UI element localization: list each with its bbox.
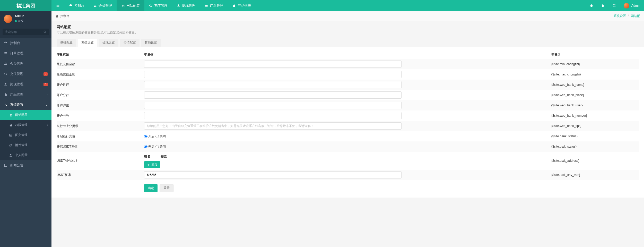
row-var: {$site.web_bank_place} xyxy=(551,93,639,97)
sidebar-item-产品管理[interactable]: 产品管理‹ xyxy=(0,89,51,100)
input-3[interactable] xyxy=(144,91,402,99)
input-6[interactable] xyxy=(144,122,402,130)
home-icon xyxy=(55,14,59,18)
search-input[interactable] xyxy=(3,29,49,35)
expand-icon xyxy=(612,4,616,7)
sidebar-item-图文管理[interactable]: 图文管理 xyxy=(0,130,51,140)
topnav-upload[interactable]: 提现管理 xyxy=(172,0,200,11)
form-row: 开户分行{$site.web_bank_place} xyxy=(57,90,639,100)
plus-icon xyxy=(147,163,150,167)
tabs: 基础配置充值设置提现设置行情配置其他设置 xyxy=(51,37,644,47)
tab-2[interactable]: 提现设置 xyxy=(99,39,118,47)
gear-icon xyxy=(121,4,125,7)
content: 控制台 系统设置 / 网站配 网站配置 可以在此增改系统的变量和分组,也可以自定… xyxy=(51,11,644,198)
row-var: {$site.max_chongzhi} xyxy=(551,73,639,76)
header-value: 变量值 xyxy=(144,53,551,57)
row-var: {$site.web_bank_user} xyxy=(551,104,639,107)
sidebar-item-权限管理[interactable]: 权限管理‹ xyxy=(0,120,51,130)
radio-option[interactable]: 关闭 xyxy=(155,144,166,149)
input-10[interactable] xyxy=(144,171,402,178)
topbar: 福汇集团 控制台会员管理网站配置充值管理提现管理订单管理产品列表 Admin xyxy=(0,0,644,11)
row-label: USDT钱包地址 xyxy=(57,159,144,163)
kv-key-header: 键名 xyxy=(144,154,150,159)
user-name-top: Admin xyxy=(631,4,640,7)
topnav-users[interactable]: 会员管理 xyxy=(89,0,117,11)
sidebar-item-个人配置[interactable]: 个人配置 xyxy=(0,150,51,160)
clear-cache-button[interactable] xyxy=(597,0,608,11)
sidebar-user-status: 在线 xyxy=(15,19,24,23)
chevron-down-icon: ⌄ xyxy=(46,104,48,106)
sidebar-item-会员管理[interactable]: 会员管理 xyxy=(0,58,51,69)
user-menu[interactable]: Admin xyxy=(620,0,644,11)
page-desc: 可以在此增改系统的变量和分组,也可以自定义分组和变量。 xyxy=(57,30,639,35)
radio-option[interactable]: 开启 xyxy=(144,134,154,139)
row-label: 开户户主 xyxy=(57,103,144,108)
dashboard-icon xyxy=(4,41,7,45)
breadcrumb-home[interactable]: 控制台 xyxy=(60,14,69,18)
sidebar-item-网站配置[interactable]: 网站配置 xyxy=(0,110,51,120)
row-label: 开启银行充值 xyxy=(57,134,144,139)
row-label: 开启USDT充值 xyxy=(57,144,144,149)
reset-button[interactable]: 重置 xyxy=(160,184,173,192)
form-row: 最高充值金额{$site.max_chongzhi} xyxy=(57,69,639,80)
header-label: 变量标题 xyxy=(57,53,144,57)
home-button[interactable] xyxy=(586,0,597,11)
dashboard-icon xyxy=(69,4,73,7)
list-icon xyxy=(4,52,7,55)
form-row: 开户卡号{$site.web_bank_number} xyxy=(57,110,639,121)
sidebar: Admin 在线 控制台订单管理会员管理充值管理0提现管理0产品管理‹系统设置⌄… xyxy=(0,11,51,198)
row-var: {$site.min_chongzhi} xyxy=(551,62,639,66)
input-2[interactable] xyxy=(144,81,402,88)
tab-1[interactable]: 充值设置 xyxy=(78,39,97,47)
add-kv-button[interactable]: 添加 xyxy=(144,161,160,168)
sidebar-toggle[interactable] xyxy=(51,0,64,11)
radio-option[interactable]: 关闭 xyxy=(155,134,166,139)
submit-button[interactable]: 确定 xyxy=(144,184,158,192)
header-var: 变量名 xyxy=(551,53,639,57)
breadcrumb: 控制台 系统设置 / 网站配 xyxy=(51,11,644,21)
breadcrumb-item[interactable]: 系统设置 xyxy=(614,14,626,18)
table-header: 变量标题 变量值 变量名 xyxy=(57,50,639,59)
breadcrumb-item[interactable]: 网站配 xyxy=(631,14,640,18)
upload-icon xyxy=(4,82,7,86)
tab-4[interactable]: 其他设置 xyxy=(141,39,161,47)
refresh-icon xyxy=(149,4,153,7)
upload-icon xyxy=(177,4,180,7)
topnav-dashboard[interactable]: 控制台 xyxy=(64,0,89,11)
search-icon[interactable] xyxy=(43,30,47,34)
form-row: 开启银行充值开启 关闭{$site.bank_status} xyxy=(57,131,639,141)
input-4[interactable] xyxy=(144,102,402,109)
chevron-left-icon: ‹ xyxy=(47,124,48,126)
bars-icon xyxy=(56,4,60,7)
tab-0[interactable]: 基础配置 xyxy=(57,39,76,47)
sidebar-item-控制台[interactable]: 控制台 xyxy=(0,38,51,48)
sidebar-item-充值管理[interactable]: 充值管理0 xyxy=(0,69,51,79)
input-1[interactable] xyxy=(144,71,402,78)
brand-logo[interactable]: 福汇集团 xyxy=(0,0,51,11)
sidebar-item-系统设置[interactable]: 系统设置⌄ xyxy=(0,100,51,110)
sidebar-item-附件管理[interactable]: 附件管理 xyxy=(0,140,51,150)
trash-icon xyxy=(601,4,605,7)
radio-option[interactable]: 开启 xyxy=(144,144,154,149)
tab-3[interactable]: 行情配置 xyxy=(120,39,140,47)
form-row: USDT汇率{$site.usdt_cny_rate} xyxy=(57,170,639,180)
topnav-bag[interactable]: 产品列表 xyxy=(228,0,256,11)
fullscreen-button[interactable] xyxy=(608,0,620,11)
form-row: 银行卡上分提示{$site.web_bank_tips} xyxy=(57,121,639,131)
row-var: {$site.bank_status} xyxy=(551,134,639,138)
topnav-gear[interactable]: 网站配置 xyxy=(117,0,144,11)
sidebar-item-订单管理[interactable]: 订单管理 xyxy=(0,48,51,58)
row-var: {$site.usdt_cny_rate} xyxy=(551,173,639,177)
news-icon xyxy=(4,164,7,167)
sidebar-item-新闻公告[interactable]: 新闻公告 xyxy=(0,160,51,171)
input-0[interactable] xyxy=(144,61,402,68)
row-var: {$site.usdt_address} xyxy=(551,159,639,163)
form-row: 最低充值金额{$site.min_chongzhi} xyxy=(57,59,639,69)
topnav-list[interactable]: 订单管理 xyxy=(200,0,228,11)
input-5[interactable] xyxy=(144,112,402,119)
sidebar-item-提现管理[interactable]: 提现管理0 xyxy=(0,79,51,89)
users-icon xyxy=(4,62,7,65)
row-label: 开户分行 xyxy=(57,93,144,97)
row-var: {$site.web_bank_name} xyxy=(551,83,639,87)
topnav-refresh[interactable]: 充值管理 xyxy=(144,0,172,11)
